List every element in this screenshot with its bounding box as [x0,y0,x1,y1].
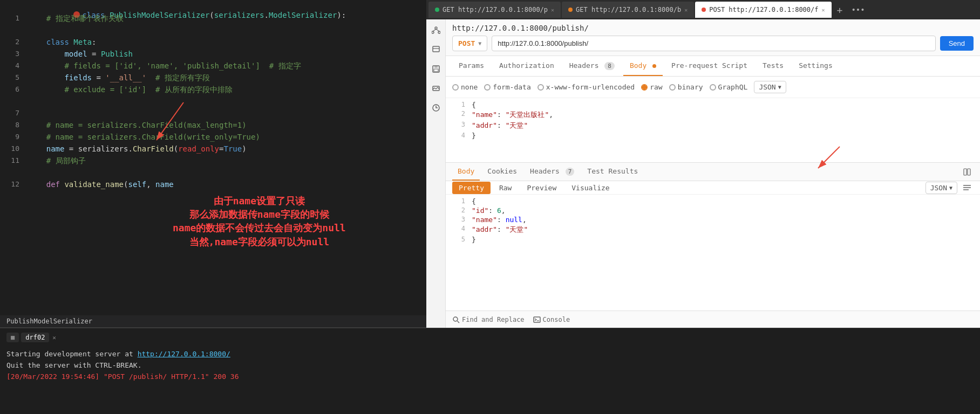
option-binary-label: binary [678,83,703,91]
term-tab-drf02[interactable]: drf02 [21,333,49,342]
method-label: POST [458,39,475,47]
sidebar-icon-share[interactable] [430,24,443,37]
tab-pre-request[interactable]: Pre-request Script [665,56,754,76]
resp-view-pretty[interactable]: Pretty [452,182,491,194]
request-body-editor: 1 { 2 "name": "天堂出版社", 3 "addr": "天堂" [446,98,980,163]
tab-close-icon[interactable]: ✕ [684,7,688,13]
tab-add-button[interactable]: + [833,4,847,16]
radio-none-icon [452,84,459,91]
line-number: 7 [4,109,19,117]
terminal-server-link[interactable]: http://127.0.0.1:8000/ [138,350,230,358]
svg-rect-16 [964,169,967,175]
json-resp-line-num: 2 [450,206,465,215]
sidebar-icon-save[interactable] [430,63,443,75]
resp-tab-test-results[interactable]: Test Results [582,163,643,181]
line-number: 11 [4,156,19,164]
code-line-content: # 指定和哪个表作关联 [28,14,422,24]
resp-view-visualize[interactable]: Visualize [565,182,616,194]
term-tab-close[interactable]: ✕ [52,334,56,341]
tab-tests[interactable]: Tests [756,56,790,76]
sidebar-icon-view[interactable] [430,43,443,56]
tab-headers[interactable]: Headers 8 [563,56,621,76]
terminal-line-1: Starting development server at http://12… [6,349,974,360]
tab-dot-orange [568,8,573,12]
code-line-content [28,168,422,177]
line-number: 5 [4,73,19,81]
option-form-data[interactable]: form-data [484,83,530,91]
line-number: 8 [4,121,19,129]
editor-breadcrumb: PublishModelSerializer [0,315,426,328]
line-number: 9 [4,133,19,141]
tab-close-icon[interactable]: ✕ [551,7,554,13]
tab-body[interactable]: Body [623,56,663,76]
resp-list-icon[interactable] [961,181,974,194]
resp-tab-headers[interactable]: Headers 7 [525,163,580,181]
option-form-data-label: form-data [493,83,530,91]
find-replace-button[interactable]: Find and Replace [452,316,525,323]
json-resp-content: { [472,197,476,205]
status-bar: Find and Replace Console [446,310,980,328]
radio-raw-icon [641,84,648,91]
code-line-content [28,109,422,118]
option-urlencoded[interactable]: x-www-form-urlencoded [537,83,635,91]
format-label: JSON [759,83,775,91]
svg-rect-10 [434,66,438,68]
resp-layout-icon[interactable] [961,165,974,178]
resp-format-label: JSON [930,184,947,192]
tab-close-icon[interactable]: ✕ [822,7,825,13]
line-number: 3 [4,50,19,58]
json-resp-line-num: 5 [450,236,465,244]
api-tab-get1[interactable]: GET http://127.0.0.1:8000/p ✕ [428,2,561,18]
response-tabs-row: Body Cookies Headers 7 Test Results [446,163,980,181]
line-number: 4 [4,61,19,70]
url-input[interactable] [492,36,935,51]
json-resp-content: "id": 6, [472,206,506,215]
json-resp-content: "name": null, [472,216,527,224]
option-binary[interactable]: binary [669,83,703,91]
svg-point-21 [453,317,458,321]
option-raw[interactable]: raw [641,83,662,91]
sidebar-icon-image[interactable] [430,82,443,95]
radio-form-data-icon [484,84,491,91]
svg-point-3 [432,31,434,33]
api-tab-post[interactable]: POST http://127.0.0.1:8000/f ✕ [695,2,831,18]
tab-settings[interactable]: Settings [792,56,839,76]
json-content: } [472,132,476,140]
api-tab-get2[interactable]: GET http://127.0.0.1:8000/b ✕ [562,2,694,18]
resp-tab-cookies[interactable]: Cookies [482,163,522,181]
svg-line-22 [458,321,460,323]
option-graphql[interactable]: GraphQL [710,83,748,91]
resp-tab-body[interactable]: Body [452,163,480,181]
panel-sidebar-icons [426,19,446,328]
option-none[interactable]: none [452,83,478,91]
code-line-content: # fields = ['id', 'name', 'publish_detai… [28,61,422,71]
code-line-content: name = serializers.CharField(read_only=T… [28,144,422,153]
svg-line-5 [433,29,436,31]
send-button[interactable]: Send [940,36,974,51]
console-button[interactable]: Console [533,316,570,323]
resp-view-preview[interactable]: Preview [520,182,563,194]
console-icon [533,316,541,323]
code-line-content [28,97,422,106]
sidebar-icon-history[interactable] [430,101,443,114]
json-resp-line-num: 1 [450,197,465,205]
json-content: "addr": "天堂" [472,121,528,130]
resp-format-select[interactable]: JSON ▼ [925,182,957,194]
resp-format-chevron-icon: ▼ [949,185,952,191]
url-display: http://127.0.0.1:8000/publish/ [452,24,974,32]
svg-rect-7 [433,46,439,52]
method-select[interactable]: POST ▼ [452,36,487,51]
api-tabs-bar: GET http://127.0.0.1:8000/p ✕ GET http:/… [426,0,980,19]
json-content: "name": "天堂出版社", [472,110,553,120]
tab-params[interactable]: Params [452,56,491,76]
resp-view-raw[interactable]: Raw [493,182,518,194]
tab-more-button[interactable]: ••• [848,5,868,14]
json-line-num: 2 [450,110,465,120]
format-select-json[interactable]: JSON ▼ [754,81,786,93]
json-resp-line-num: 3 [450,216,465,224]
svg-point-2 [435,27,437,29]
json-resp-content: "addr": "天堂" [472,225,528,234]
option-urlencoded-label: x-www-form-urlencoded [546,83,635,91]
tab-authorization[interactable]: Authorization [493,56,561,76]
api-tab-label: POST http://127.0.0.1:8000/f [709,6,818,13]
